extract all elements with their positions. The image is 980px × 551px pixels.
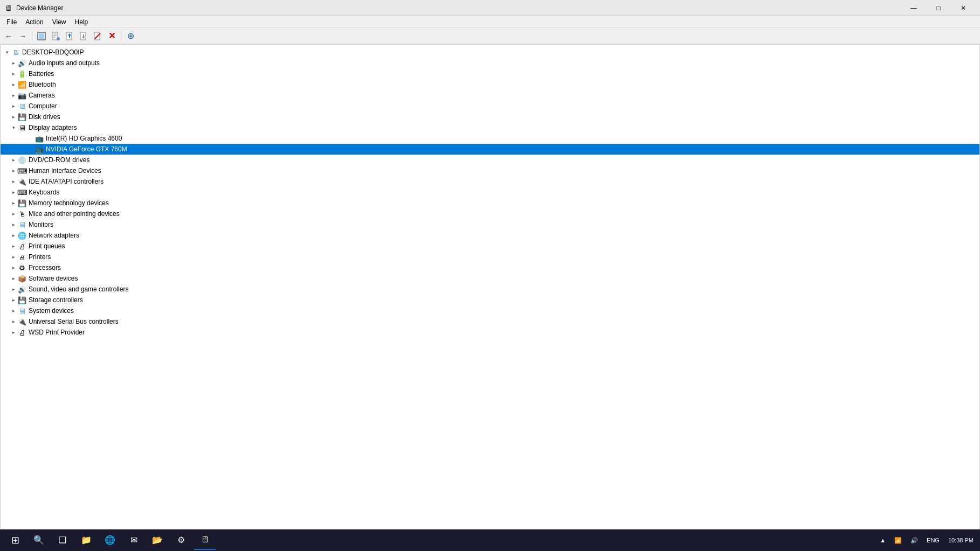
wsd-expand[interactable] [9,328,18,337]
start-button[interactable]: ⊞ [4,531,26,550]
softwaredevices-expand[interactable] [9,274,18,283]
properties-button[interactable] [49,30,62,43]
storage-expand[interactable] [9,296,18,304]
tree-item-nvidia[interactable]: 📺 NVIDIA GeForce GTX 760M [1,144,979,155]
system-icon: 🖥 [18,306,26,315]
processors-expand[interactable] [9,263,18,272]
mice-expand[interactable] [9,210,18,218]
minimize-button[interactable]: — [901,0,926,16]
netadapters-icon: 🌐 [18,231,26,240]
computer-expand[interactable] [9,102,18,110]
tree-item-printqueues[interactable]: 🖨 Print queues [1,241,979,252]
ide-expand[interactable] [9,177,18,186]
tree-item-hid[interactable]: ⌨ Human Interface Devices [1,165,979,176]
displayadapters-expand[interactable] [9,123,18,132]
svg-point-6 [57,37,60,40]
cameras-expand[interactable] [9,91,18,100]
mice-label: Mice and other pointing devices [29,210,977,218]
system-expand[interactable] [9,306,18,315]
tree-item-netadapters[interactable]: 🌐 Network adapters [1,230,979,241]
tree-item-memtech[interactable]: 💾 Memory technology devices [1,198,979,208]
tray-clock[interactable]: 10:38 PM [946,536,976,545]
menu-help[interactable]: Help [71,17,93,27]
netadapters-expand[interactable] [9,231,18,240]
taskbar-explorer2[interactable]: 📂 [147,531,168,550]
title-bar: 🖥 Device Manager — □ ✕ [0,0,980,16]
tree-item-ide[interactable]: 🔌 IDE ATA/ATAPI controllers [1,176,979,187]
sound-expand[interactable] [9,285,18,294]
tree-item-softwaredevices[interactable]: 📦 Software devices [1,273,979,284]
uninstall-button[interactable]: ✕ [105,30,118,43]
toolbar: ← → ✕ ⊕ [0,28,980,44]
taskbar-search[interactable]: 🔍 [28,531,50,550]
back-button[interactable]: ← [2,30,15,43]
usb-expand[interactable] [9,317,18,326]
printers-expand[interactable] [9,253,18,261]
bluetooth-expand[interactable] [9,80,18,89]
close-button[interactable]: ✕ [951,0,976,16]
maximize-button[interactable]: □ [926,0,951,16]
scan-button[interactable] [35,30,48,43]
tree-item-cameras[interactable]: 📷 Cameras [1,90,979,101]
tray-network[interactable]: 📶 [892,536,904,545]
menu-action[interactable]: Action [21,17,47,27]
printqueues-label: Print queues [29,242,977,250]
tree-item-diskdrives[interactable]: 💾 Disk drives [1,111,979,122]
disable-button[interactable] [91,30,104,43]
tree-item-processors[interactable]: ⚙ Processors [1,262,979,273]
printers-icon: 🖨 [18,253,26,261]
taskbar-taskview[interactable]: ❑ [52,531,73,550]
ide-icon: 🔌 [18,177,26,186]
main-content: 🖥 DESKTOP-BDQO0IP 🔊 Audio inputs and out… [0,44,980,529]
tree-item-audio[interactable]: 🔊 Audio inputs and outputs [1,58,979,68]
tree-item-monitors[interactable]: 🖥 Monitors [1,219,979,230]
tree-item-usb[interactable]: 🔌 Universal Serial Bus controllers [1,316,979,327]
tree-item-batteries[interactable]: 🔋 Batteries [1,68,979,79]
tree-item-displayadapters[interactable]: 🖥 Display adapters [1,122,979,133]
tree-item-keyboards[interactable]: ⌨ Keyboards [1,187,979,198]
tree-root[interactable]: 🖥 DESKTOP-BDQO0IP [1,47,979,58]
menu-bar: File Action View Help [0,16,980,28]
root-expand-arrow[interactable] [3,48,11,57]
intel-hd-label: Intel(R) HD Graphics 4600 [46,135,977,142]
update-driver-button[interactable] [63,30,76,43]
audio-expand[interactable] [9,59,18,67]
add-legacy-button[interactable]: ⊕ [124,30,137,43]
window-controls: — □ ✕ [901,0,976,16]
dvdrom-label: DVD/CD-ROM drives [29,156,977,164]
dvdrom-expand[interactable] [9,156,18,164]
tree-item-printers[interactable]: 🖨 Printers [1,252,979,262]
tree-item-intel-hd[interactable]: 📺 Intel(R) HD Graphics 4600 [1,133,979,144]
forward-button[interactable]: → [16,30,29,43]
menu-view[interactable]: View [48,17,71,27]
tray-language[interactable]: ENG [924,536,942,545]
taskbar-mail[interactable]: ✉ [123,531,144,550]
bluetooth-label: Bluetooth [29,81,977,88]
taskbar-settings[interactable]: ⚙ [170,531,192,550]
tree-item-computer[interactable]: 🖥 Computer [1,101,979,111]
diskdrives-icon: 💾 [18,113,26,121]
tree-item-system[interactable]: 🖥 System devices [1,305,979,316]
tree-item-mice[interactable]: 🖱 Mice and other pointing devices [1,208,979,219]
taskbar-device-manager[interactable]: 🖥 [194,531,216,550]
tree-item-wsd[interactable]: 🖨 WSD Print Provider [1,327,979,338]
ide-label: IDE ATA/ATAPI controllers [29,178,977,185]
taskbar-explorer[interactable]: 📁 [75,531,97,550]
monitors-expand[interactable] [9,220,18,229]
nvidia-expand [26,145,35,154]
tree-item-bluetooth[interactable]: 📶 Bluetooth [1,79,979,90]
displayadapters-label: Display adapters [29,124,977,131]
dvdrom-icon: 💿 [18,156,26,164]
tray-sound[interactable]: 🔊 [908,536,920,545]
memtech-expand[interactable] [9,199,18,207]
tree-item-sound[interactable]: 🔊 Sound, video and game controllers [1,284,979,295]
tray-notifications[interactable]: ▲ [878,536,888,545]
menu-file[interactable]: File [2,17,21,27]
rollback-button[interactable] [77,30,90,43]
batteries-expand[interactable] [9,69,18,78]
tree-item-dvdrom[interactable]: 💿 DVD/CD-ROM drives [1,155,979,165]
tree-item-storage[interactable]: 💾 Storage controllers [1,295,979,305]
taskbar-edge[interactable]: 🌐 [99,531,121,550]
printqueues-expand[interactable] [9,242,18,250]
diskdrives-expand[interactable] [9,113,18,121]
